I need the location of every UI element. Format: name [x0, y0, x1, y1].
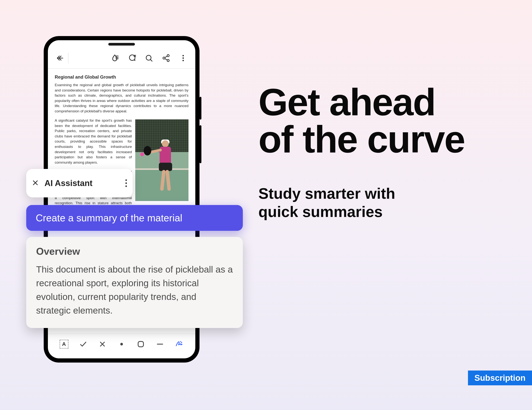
checkmark-icon — [79, 340, 87, 348]
line-tool[interactable] — [154, 339, 165, 350]
phone-side-button — [200, 97, 201, 119]
checkmark-tool[interactable] — [78, 339, 89, 350]
overflow-icon — [179, 54, 187, 62]
close-button[interactable] — [32, 178, 39, 188]
cross-tool[interactable] — [97, 339, 108, 350]
comment-button[interactable] — [125, 51, 139, 65]
svg-point-16 — [182, 60, 184, 61]
subscription-label: Subscription — [475, 373, 525, 383]
signature-tool[interactable] — [174, 339, 185, 350]
promo-subtitle: Study smarter with quick summaries — [258, 184, 505, 221]
text-tool-icon: A — [60, 340, 68, 348]
svg-rect-20 — [138, 341, 143, 347]
signature-icon — [175, 340, 183, 348]
cross-icon — [98, 340, 106, 348]
ai-summary-card: Overview This document is about the rise… — [26, 237, 243, 328]
bottom-toolbar: A — [48, 334, 195, 358]
ai-prompt-chip[interactable]: Create a summary of the material — [26, 205, 243, 231]
dot-icon — [118, 340, 126, 348]
search-button[interactable] — [142, 51, 156, 65]
promo-sub-line1: Study smarter with — [258, 185, 395, 202]
svg-line-12 — [165, 56, 167, 57]
share-button[interactable] — [159, 51, 173, 65]
dot-tool[interactable] — [116, 339, 127, 350]
share-icon — [162, 54, 170, 62]
liquid-mode-button[interactable] — [108, 51, 122, 65]
overflow-dot — [125, 182, 127, 184]
back-button[interactable] — [53, 51, 67, 65]
svg-line-8 — [150, 59, 152, 61]
ai-overflow-button[interactable] — [125, 179, 127, 187]
ai-summary-body: This document is about the rise of pickl… — [36, 263, 233, 317]
subscription-badge: Subscription — [468, 371, 532, 385]
text-tool[interactable]: A — [58, 339, 69, 350]
line-icon — [156, 340, 164, 348]
doc-paragraph: Examining the regional and global growth… — [55, 82, 189, 114]
back-icon — [56, 54, 64, 62]
comment-icon — [128, 54, 136, 62]
promo-headline-line2: of the curve — [258, 118, 465, 160]
close-icon — [32, 179, 39, 186]
document-image — [135, 119, 189, 201]
liquid-mode-icon — [111, 54, 119, 62]
app-bar — [48, 48, 195, 69]
svg-point-19 — [120, 343, 123, 346]
search-icon — [145, 54, 153, 62]
svg-point-15 — [182, 57, 184, 59]
svg-line-13 — [165, 59, 167, 60]
ai-assistant-title: AI Assistant — [45, 178, 120, 188]
promo-block: Get ahead of the curve Study smarter wit… — [258, 83, 505, 221]
overflow-dot — [125, 179, 127, 181]
overflow-dot — [125, 185, 127, 187]
promo-headline: Get ahead of the curve — [258, 83, 505, 158]
ai-summary-title: Overview — [36, 246, 233, 257]
doc-heading: Regional and Global Growth — [55, 74, 189, 80]
promo-sub-line2: quick summaries — [258, 203, 383, 220]
rounded-square-icon — [137, 340, 145, 348]
svg-point-14 — [182, 55, 184, 56]
promo-headline-line1: Get ahead — [258, 81, 435, 123]
ai-assistant-header: AI Assistant — [26, 169, 133, 197]
phone-side-button — [200, 125, 201, 163]
ai-prompt-text: Create a summary of the material — [36, 212, 182, 224]
appbar-divider — [68, 53, 68, 64]
overflow-button[interactable] — [176, 51, 190, 65]
circle-tool[interactable] — [135, 339, 146, 350]
